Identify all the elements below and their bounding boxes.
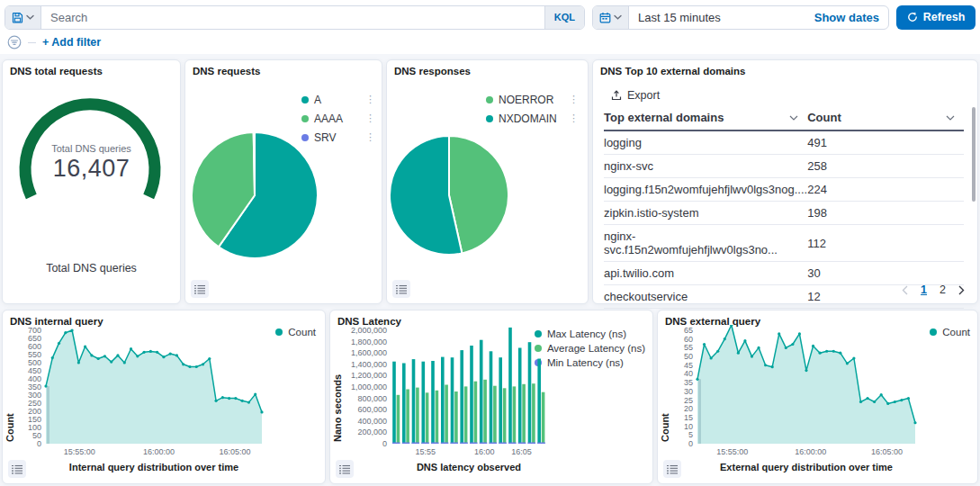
data-point[interactable] bbox=[142, 351, 145, 354]
data-point[interactable] bbox=[703, 343, 706, 346]
bar-min-latency[interactable] bbox=[528, 443, 536, 445]
export-button[interactable]: Export bbox=[611, 89, 660, 102]
bar-min-latency[interactable] bbox=[431, 443, 439, 445]
bar-max-latency[interactable] bbox=[412, 359, 416, 444]
data-point[interactable] bbox=[751, 355, 753, 357]
bar-average-latency[interactable] bbox=[426, 392, 429, 444]
bar-average-latency[interactable] bbox=[483, 380, 487, 444]
bar-chart-dns-latency[interactable]: 0200,000400,000600,000800,0001,000,0001,… bbox=[330, 325, 555, 460]
data-point[interactable] bbox=[214, 400, 217, 402]
legend-actions-icon[interactable]: ⋮ bbox=[567, 94, 580, 104]
legend-item-noerror[interactable]: NOERROR ⋮ bbox=[486, 90, 580, 109]
bar-average-latency[interactable] bbox=[503, 388, 507, 444]
data-point[interactable] bbox=[221, 396, 224, 399]
bar-min-latency[interactable] bbox=[499, 443, 507, 445]
bar-average-latency[interactable] bbox=[397, 395, 400, 444]
pie-chart-dns-responses[interactable] bbox=[387, 132, 513, 258]
bar-min-latency[interactable] bbox=[402, 443, 410, 445]
data-point[interactable] bbox=[51, 356, 54, 359]
bar-average-latency[interactable] bbox=[436, 391, 439, 444]
data-point[interactable] bbox=[130, 347, 132, 350]
data-point[interactable] bbox=[44, 385, 47, 388]
data-point[interactable] bbox=[859, 400, 862, 403]
data-point[interactable] bbox=[737, 352, 740, 355]
data-point[interactable] bbox=[791, 343, 794, 346]
bar-min-latency[interactable] bbox=[490, 443, 498, 445]
bar-min-latency[interactable] bbox=[470, 443, 478, 445]
refresh-button[interactable]: Refresh bbox=[896, 5, 976, 30]
bar-max-latency[interactable] bbox=[441, 357, 445, 444]
data-point[interactable] bbox=[805, 369, 807, 372]
add-filter-button[interactable]: + Add filter bbox=[42, 36, 101, 49]
data-point[interactable] bbox=[900, 399, 903, 401]
data-point[interactable] bbox=[241, 400, 244, 402]
legend-toggle-button[interactable] bbox=[191, 280, 209, 298]
bar-average-latency[interactable] bbox=[464, 386, 468, 444]
data-point[interactable] bbox=[162, 356, 165, 358]
pie-chart-dns-requests[interactable] bbox=[190, 130, 321, 262]
column-header-count[interactable]: Count bbox=[807, 107, 964, 130]
legend-toggle-button[interactable] bbox=[8, 460, 26, 478]
bar-min-latency[interactable] bbox=[421, 443, 429, 445]
data-point[interactable] bbox=[852, 356, 855, 359]
bar-average-latency[interactable] bbox=[416, 388, 419, 444]
bar-min-latency[interactable] bbox=[518, 443, 526, 445]
legend-toggle-button[interactable] bbox=[336, 460, 354, 478]
bar-max-latency[interactable] bbox=[460, 350, 463, 444]
legend-item-nxdomain[interactable]: NXDOMAIN ⋮ bbox=[486, 109, 580, 128]
page-number-1[interactable]: 1 bbox=[921, 284, 927, 296]
legend-toggle-button[interactable] bbox=[392, 280, 410, 298]
data-point[interactable] bbox=[724, 338, 726, 340]
filter-icon[interactable] bbox=[7, 35, 22, 50]
bar-max-latency[interactable] bbox=[499, 357, 502, 444]
data-point[interactable] bbox=[825, 350, 828, 353]
area-chart-internal-query[interactable]: 0501001502002503003504004505005506006507… bbox=[3, 325, 312, 460]
data-point[interactable] bbox=[880, 393, 883, 396]
data-point[interactable] bbox=[156, 351, 158, 354]
data-point[interactable] bbox=[110, 361, 112, 364]
data-point[interactable] bbox=[839, 352, 841, 355]
bar-average-latency[interactable] bbox=[493, 386, 497, 444]
data-point[interactable] bbox=[175, 354, 178, 356]
data-point[interactable] bbox=[785, 346, 787, 349]
data-point[interactable] bbox=[778, 332, 780, 335]
data-point[interactable] bbox=[234, 397, 237, 400]
saved-query-menu-button[interactable] bbox=[5, 6, 41, 29]
bar-max-latency[interactable] bbox=[431, 361, 435, 444]
legend-toggle-button[interactable] bbox=[663, 460, 681, 478]
data-point[interactable] bbox=[84, 345, 86, 347]
bar-max-latency[interactable] bbox=[451, 357, 454, 444]
data-point[interactable] bbox=[247, 401, 250, 404]
previous-page-icon[interactable] bbox=[902, 285, 908, 295]
page-number-2[interactable]: 2 bbox=[940, 284, 946, 296]
bar-min-latency[interactable] bbox=[451, 443, 459, 445]
data-point[interactable] bbox=[228, 397, 230, 400]
data-point[interactable] bbox=[696, 378, 698, 381]
data-point[interactable] bbox=[116, 354, 119, 356]
data-point[interactable] bbox=[873, 400, 876, 403]
bar-max-latency[interactable] bbox=[422, 362, 426, 444]
data-point[interactable] bbox=[846, 362, 849, 364]
data-point[interactable] bbox=[169, 353, 172, 356]
legend-item-a[interactable]: A ⋮ bbox=[301, 90, 377, 109]
data-point[interactable] bbox=[886, 402, 889, 405]
data-point[interactable] bbox=[123, 361, 126, 364]
bar-max-latency[interactable] bbox=[537, 359, 541, 445]
area-chart-external-query[interactable]: 0510152025303540455055606515:55:0016:00:… bbox=[658, 325, 964, 460]
data-point[interactable] bbox=[894, 400, 896, 403]
calendar-menu-button[interactable] bbox=[593, 6, 629, 29]
legend-actions-icon[interactable]: ⋮ bbox=[567, 113, 580, 123]
bar-max-latency[interactable] bbox=[392, 362, 396, 444]
bar-max-latency[interactable] bbox=[490, 351, 493, 444]
data-point[interactable] bbox=[97, 357, 100, 360]
bar-min-latency[interactable] bbox=[460, 443, 468, 445]
bar-min-latency[interactable] bbox=[441, 443, 449, 445]
bar-max-latency[interactable] bbox=[528, 342, 532, 444]
bar-min-latency[interactable] bbox=[480, 443, 488, 445]
data-point[interactable] bbox=[743, 339, 746, 342]
bar-min-latency[interactable] bbox=[537, 443, 545, 445]
legend-item-aaaa[interactable]: AAAA ⋮ bbox=[301, 109, 377, 128]
bar-max-latency[interactable] bbox=[518, 348, 522, 445]
data-point[interactable] bbox=[764, 364, 767, 366]
data-point[interactable] bbox=[188, 365, 191, 368]
